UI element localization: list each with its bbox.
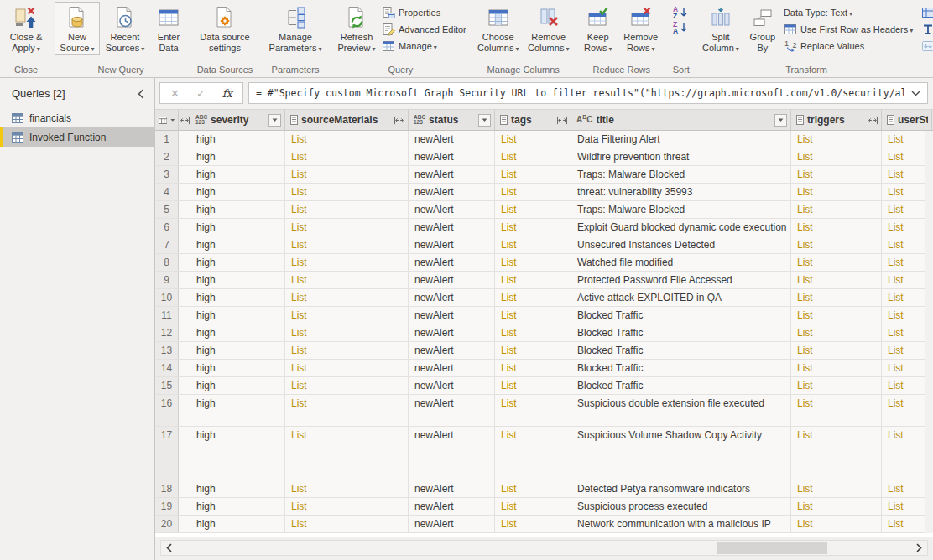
cell-severity[interactable]: high	[190, 480, 285, 497]
clipped-column-cell[interactable]	[179, 516, 190, 532]
row-number[interactable]: 11	[155, 307, 179, 324]
row-number[interactable]: 4	[155, 184, 179, 200]
cell-status[interactable]: newAlert	[409, 254, 495, 271]
filter-button[interactable]	[478, 114, 491, 127]
split-column-button[interactable]: Split Column▾	[698, 2, 743, 55]
choose-columns-button[interactable]: Choose Columns▾	[473, 2, 524, 55]
cell-sourceMaterials[interactable]: List	[285, 307, 409, 324]
clipped-column-cell[interactable]	[179, 166, 190, 183]
query-item-financials[interactable]: financials	[0, 108, 154, 127]
cell-tags[interactable]: List	[495, 395, 571, 426]
cell-title[interactable]: Watched file modified	[571, 254, 791, 271]
clipped-column-cell[interactable]	[179, 254, 190, 271]
cell-sourceMaterials[interactable]: List	[285, 498, 409, 515]
clipped-column-cell[interactable]	[179, 272, 190, 288]
horizontal-scrollbar-thumb[interactable]	[717, 542, 827, 554]
sort-descending-button[interactable]: ZA	[673, 20, 688, 34]
cell-status[interactable]: newAlert	[409, 289, 495, 306]
cell-sourceMaterials[interactable]: List	[285, 480, 409, 497]
cell-severity[interactable]: high	[190, 395, 285, 426]
cell-tags[interactable]: List	[495, 342, 571, 359]
cell-tags[interactable]: List	[495, 377, 571, 394]
row-number[interactable]: 7	[155, 236, 179, 253]
row-number[interactable]: 12	[155, 324, 179, 341]
enter-data-button[interactable]: Enter Data	[150, 2, 187, 54]
cell-title[interactable]: Active attack EXPLOITED in QA	[571, 289, 791, 306]
row-number[interactable]: 20	[155, 516, 179, 532]
select-all-corner-button[interactable]	[155, 110, 179, 130]
cell-title[interactable]: Blocked Traffic	[571, 360, 791, 376]
cell-status[interactable]: newAlert	[409, 184, 495, 200]
row-number[interactable]: 2	[155, 148, 179, 165]
cell-status[interactable]: newAlert	[409, 307, 495, 324]
cell-sourceMaterials[interactable]: List	[285, 427, 409, 480]
cell-tags[interactable]: List	[495, 272, 571, 288]
cell-sourceMaterials[interactable]: List	[285, 219, 409, 236]
filter-button[interactable]	[268, 114, 281, 127]
cell-tags[interactable]: List	[495, 254, 571, 271]
clipped-column-cell[interactable]	[179, 480, 190, 497]
row-number[interactable]: 17	[155, 427, 179, 480]
recent-sources-button[interactable]: Recent Sources▾	[100, 2, 150, 55]
sort-ascending-button[interactable]: AZ	[673, 5, 688, 18]
column-header-userStates[interactable]: userStates	[882, 110, 932, 130]
cell-triggers[interactable]: List	[791, 184, 882, 200]
cell-status[interactable]: newAlert	[409, 166, 495, 183]
cell-triggers[interactable]: List	[791, 395, 882, 426]
clipped-column-cell[interactable]	[179, 184, 190, 200]
cell-triggers[interactable]: List	[791, 377, 882, 394]
formula-expand-chevron-icon[interactable]	[911, 91, 920, 96]
cell-triggers[interactable]: List	[791, 131, 882, 148]
row-number[interactable]: 5	[155, 201, 179, 218]
cell-status[interactable]: newAlert	[409, 148, 495, 165]
cell-sourceMaterials[interactable]: List	[285, 131, 409, 148]
cell-severity[interactable]: high	[190, 516, 285, 532]
cell-severity[interactable]: high	[190, 377, 285, 394]
cell-severity[interactable]: high	[190, 184, 285, 200]
cell-sourceMaterials[interactable]: List	[285, 289, 409, 306]
clipped-column-cell[interactable]	[179, 236, 190, 253]
cell-status[interactable]: newAlert	[409, 516, 495, 532]
data-source-settings-button[interactable]: Data source settings	[192, 2, 258, 54]
cell-severity[interactable]: high	[190, 131, 285, 148]
cell-severity[interactable]: high	[190, 236, 285, 253]
cell-status[interactable]: newAlert	[409, 342, 495, 359]
cell-severity[interactable]: high	[190, 307, 285, 324]
close-apply-button[interactable]: Close & Apply▾	[3, 2, 50, 55]
cell-title[interactable]: Suspicious process executed	[571, 498, 791, 515]
cell-severity[interactable]: high	[190, 201, 285, 218]
row-number[interactable]: 15	[155, 377, 179, 394]
data-type-button[interactable]: Data Type: Text▾	[784, 5, 913, 19]
cell-status[interactable]: newAlert	[409, 324, 495, 341]
replace-values-button[interactable]: 12 Replace Values	[784, 39, 913, 53]
cell-tags[interactable]: List	[495, 219, 571, 236]
row-number[interactable]: 16	[155, 395, 179, 426]
cell-severity[interactable]: high	[190, 219, 285, 236]
cell-severity[interactable]: high	[190, 324, 285, 341]
cell-status[interactable]: newAlert	[409, 236, 495, 253]
cell-title[interactable]: Exploit Guard blocked dynamic code execu…	[571, 219, 791, 236]
cell-triggers[interactable]: List	[791, 516, 882, 532]
clipped-column-cell[interactable]	[179, 427, 190, 480]
expand-list-button[interactable]	[868, 116, 878, 125]
expand-list-button[interactable]	[557, 116, 567, 125]
cell-tags[interactable]: List	[495, 480, 571, 497]
cell-title[interactable]: Wildfire prevention threat	[571, 148, 791, 165]
cell-severity[interactable]: high	[190, 360, 285, 376]
cell-triggers[interactable]: List	[791, 219, 882, 236]
cell-sourceMaterials[interactable]: List	[285, 201, 409, 218]
cell-sourceMaterials[interactable]: List	[285, 342, 409, 359]
cell-severity[interactable]: high	[190, 342, 285, 359]
cell-title[interactable]: Traps: Malware Blocked	[571, 201, 791, 218]
cell-sourceMaterials[interactable]: List	[285, 516, 409, 532]
manage-button[interactable]: Manage▾	[382, 39, 466, 53]
cell-triggers[interactable]: List	[791, 427, 882, 480]
cell-tags[interactable]: List	[495, 166, 571, 183]
refresh-preview-button[interactable]: Refresh Preview▾	[333, 2, 380, 55]
cell-tags[interactable]: List	[495, 498, 571, 515]
properties-button[interactable]: Properties	[382, 5, 466, 19]
clipped-column-cell[interactable]	[179, 307, 190, 324]
cell-triggers[interactable]: List	[791, 236, 882, 253]
cell-triggers[interactable]: List	[791, 480, 882, 497]
cell-triggers[interactable]: List	[791, 254, 882, 271]
